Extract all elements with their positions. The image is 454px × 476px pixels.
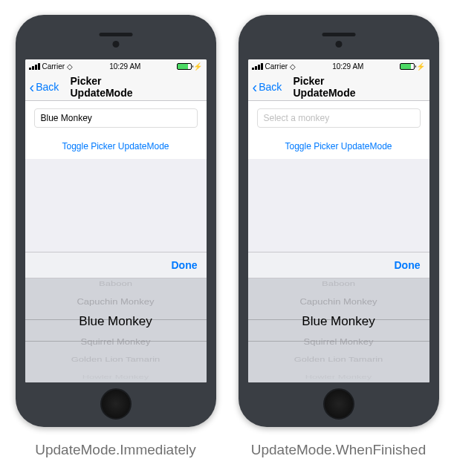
charge-icon: ⚡ [416,62,425,71]
status-left: Carrier ◇ [252,62,296,71]
back-button[interactable]: ‹ Back [253,79,282,94]
signal-icon [29,63,40,70]
battery-icon [177,63,192,70]
back-label: Back [36,81,59,93]
picker-item[interactable]: Capuchin Monkey [248,293,429,310]
picker-item[interactable]: Golden Lion Tamarin [25,353,207,366]
back-button[interactable]: ‹ Back [30,79,59,94]
input-placeholder: Select a monkey [264,113,330,123]
picker-item[interactable]: Capuchin Monkey [25,293,207,310]
status-bar: Carrier ◇ 10:29 AM ⚡ [248,59,429,73]
form-section: Select a monkey Toggle Picker UpdateMode [248,101,429,159]
content-area: Select a monkey Toggle Picker UpdateMode… [248,101,429,382]
done-button[interactable]: Done [172,259,198,271]
phone-frame-left: Carrier ◇ 10:29 AM ⚡ ‹ Back Picker Updat… [16,15,216,427]
content-area: Blue Monkey Toggle Picker UpdateMode Don… [25,101,207,382]
navigation-bar: ‹ Back Picker UpdateMode [25,73,207,101]
picker-wheel[interactable]: Baboon Capuchin Monkey Blue Monkey Squir… [248,278,429,382]
wifi-icon: ◇ [67,62,73,71]
screen-right: Carrier ◇ 10:29 AM ⚡ ‹ Back Picker Updat… [248,59,429,382]
input-accessory-bar: Done [25,252,207,278]
caption-left: UpdateMode.Immediately [35,442,196,458]
picker-items: Baboon Capuchin Monkey Blue Monkey Squir… [248,278,429,382]
page-title: Picker UpdateMode [294,75,384,99]
navigation-bar: ‹ Back Picker UpdateMode [248,73,429,101]
status-time: 10:29 AM [332,62,363,71]
carrier-label: Carrier [42,62,65,71]
home-button[interactable] [100,388,132,420]
picker-item[interactable]: Howler Monkey [248,372,429,382]
status-right: ⚡ [177,62,202,71]
picker-item[interactable]: Baboon [25,278,207,290]
done-button[interactable]: Done [395,259,421,271]
screen-left: Carrier ◇ 10:29 AM ⚡ ‹ Back Picker Updat… [25,59,207,382]
status-bar: Carrier ◇ 10:29 AM ⚡ [25,59,207,73]
chevron-left-icon: ‹ [253,79,258,94]
picker-item[interactable]: Golden Lion Tamarin [248,353,429,366]
chevron-left-icon: ‹ [30,79,35,94]
monkey-input[interactable]: Blue Monkey [34,108,198,128]
carrier-label: Carrier [265,62,288,71]
input-value: Blue Monkey [41,113,92,123]
picker-item-selected[interactable]: Blue Monkey [25,310,207,333]
phone-frame-right: Carrier ◇ 10:29 AM ⚡ ‹ Back Picker Updat… [239,15,439,427]
phone-left-wrapper: Carrier ◇ 10:29 AM ⚡ ‹ Back Picker Updat… [16,15,216,458]
toggle-link[interactable]: Toggle Picker UpdateMode [257,141,421,151]
toggle-link[interactable]: Toggle Picker UpdateMode [34,141,198,151]
home-button[interactable] [323,388,354,420]
charge-icon: ⚡ [193,62,202,71]
picker-item[interactable]: Squirrel Monkey [25,333,207,350]
caption-right: UpdateMode.WhenFinished [251,442,427,458]
picker-item[interactable]: Baboon [248,278,429,290]
picker-items: Baboon Capuchin Monkey Blue Monkey Squir… [25,278,207,382]
phone-comparison: Carrier ◇ 10:29 AM ⚡ ‹ Back Picker Updat… [16,15,439,458]
wifi-icon: ◇ [290,62,296,71]
signal-icon [252,63,263,70]
phone-right-wrapper: Carrier ◇ 10:29 AM ⚡ ‹ Back Picker Updat… [239,15,439,458]
page-title: Picker UpdateMode [71,75,161,99]
input-accessory-bar: Done [248,252,429,278]
status-right: ⚡ [400,62,425,71]
back-label: Back [259,81,282,93]
picker-wheel[interactable]: Baboon Capuchin Monkey Blue Monkey Squir… [25,278,207,382]
form-section: Blue Monkey Toggle Picker UpdateMode [25,101,207,159]
status-time: 10:29 AM [109,62,140,71]
picker-container: Done Baboon Capuchin Monkey Blue Monkey … [25,252,207,382]
picker-item-selected[interactable]: Blue Monkey [248,310,429,333]
picker-container: Done Baboon Capuchin Monkey Blue Monkey … [248,252,429,382]
status-left: Carrier ◇ [29,62,74,71]
picker-item[interactable]: Howler Monkey [25,372,207,382]
monkey-input[interactable]: Select a monkey [257,108,421,128]
battery-icon [400,63,415,70]
picker-item[interactable]: Squirrel Monkey [248,333,429,350]
